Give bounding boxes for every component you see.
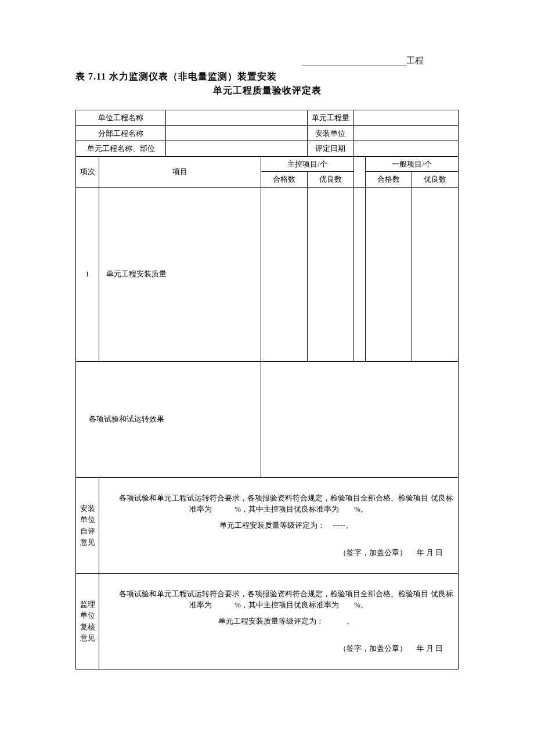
install-p2: 单元工程安装质量等级评定为： -----。 (100, 520, 457, 531)
main-table: 单位工程名称 单元工程量 分部工程名称 安装单位 单元工程名称、部位 评定日期 … (75, 110, 459, 669)
title-block: 表 7.11 水力监测仪表（非电量监测）装置安装 单元工程质量验收评定表 (75, 71, 459, 97)
unit-quantity-value (353, 110, 458, 126)
supervise-opinion-label: 监理单位复核意见 (76, 573, 99, 669)
hdr-gen-excellent: 优良数 (412, 172, 458, 188)
install-opinion-body: 各项试验和单元工程试运转符合要求，各项报验资料符合规定，检验项目全部合格。检验项… (99, 477, 459, 573)
unit-part-label: 单元工程名称、部位 (76, 141, 166, 157)
supervise-opinion-row: 监理单位复核意见 各项试验和单元工程试运转符合要求，各项报验资料符合规定，检验项… (76, 573, 459, 669)
project-blank (302, 57, 406, 66)
hdr-item: 项目 (99, 156, 261, 187)
install-opinion-label: 安装单位自评意见 (76, 477, 99, 573)
hdr-main-excellent: 优良数 (307, 172, 353, 188)
main-excellent-1 (307, 187, 353, 361)
trial-value (261, 361, 458, 477)
supervise-sig: （签字，加盖公章） 年 月 日 (100, 643, 457, 654)
seq-1: 1 (76, 187, 99, 361)
title-prefix: 表 7.11 (75, 71, 106, 81)
page-container: 工程 表 7.11 水力监测仪表（非电量监测）装置安装 单元工程质量验收评定表 … (0, 0, 534, 704)
unit-part-value (166, 141, 308, 157)
supervise-opinion-body: 各项试验和单元工程试运转符合要求，各项报验资料符合规定，检验项目全部合格。检验项… (99, 573, 459, 669)
title-line1: 表 7.11 水力监测仪表（非电量监测）装置安装 (75, 71, 459, 83)
project-suffix: 工程 (406, 56, 424, 65)
hdr-general: 一般项目/个 (365, 156, 458, 172)
install-opinion-row: 安装单位自评意见 各项试验和单元工程试运转符合要求，各项报验资料符合规定，检验项… (76, 477, 459, 573)
hdr-spacer (353, 156, 365, 187)
spacer-1 (353, 187, 365, 361)
hdr-seq: 项次 (76, 156, 99, 187)
install-p1: 各项试验和单元工程试运转符合要求，各项报验资料符合规定，检验项目全部合格。检验项… (100, 492, 457, 515)
title-line2: 单元工程质量验收评定表 (75, 85, 459, 97)
title-text1: 水力监测仪表（非电量监测）装置安装 (109, 71, 277, 81)
unit-quantity-label: 单元工程量 (307, 110, 353, 126)
eval-date-value (353, 141, 458, 157)
main-qualified-1 (261, 187, 307, 361)
install-unit-label: 安装单位 (307, 125, 353, 141)
install-unit-value (353, 125, 458, 141)
trial-row: 各项试验和试运转效果 (76, 361, 459, 477)
hdr-main-qualified: 合格数 (261, 172, 307, 188)
supervise-p2: 单元工程安装质量等级评定为： 。 (100, 615, 457, 627)
info-row-1: 单位工程名称 单元工程量 (76, 110, 459, 126)
gen-excellent-1 (412, 187, 458, 361)
gen-qualified-1 (365, 187, 412, 361)
trial-label: 各项试验和试运转效果 (76, 361, 261, 477)
project-line: 工程 (75, 55, 459, 66)
division-name-value (166, 125, 308, 141)
info-row-2: 分部工程名称 安装单位 (76, 125, 459, 141)
info-row-3: 单元工程名称、部位 评定日期 (76, 141, 459, 157)
hdr-gen-qualified: 合格数 (365, 172, 412, 188)
header-row-1: 项次 项目 主控项目/个 一般项目/个 (76, 156, 459, 172)
unit-project-name-label: 单位工程名称 (76, 110, 166, 126)
data-row-1: 1 单元工程安装质量 (76, 187, 459, 361)
division-name-label: 分部工程名称 (76, 125, 166, 141)
supervise-p1: 各项试验和单元工程试运转符合要求，各项报验资料符合规定，检验项目全部合格。检验项… (100, 588, 457, 611)
unit-project-name-value (166, 110, 308, 126)
item-1: 单元工程安装质量 (99, 187, 261, 361)
eval-date-label: 评定日期 (307, 141, 353, 157)
install-sig: （签字，加盖公章） 年 月 日 (100, 547, 457, 559)
hdr-main: 主控项目/个 (261, 156, 353, 172)
